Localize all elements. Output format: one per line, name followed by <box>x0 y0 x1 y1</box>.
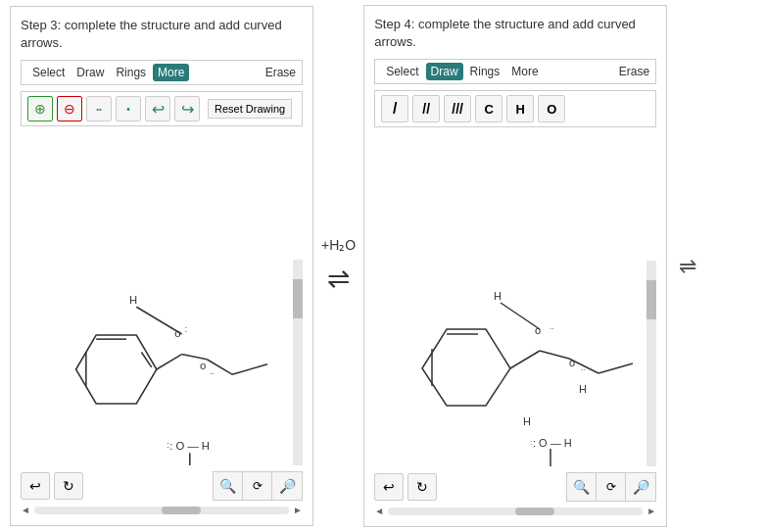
scrollbar-h-thumb-1 <box>162 507 201 514</box>
select-btn-1[interactable]: Select <box>27 64 70 81</box>
svg-line-5 <box>182 355 208 360</box>
svg-text:H: H <box>129 294 137 306</box>
panel-2-toolbar: Select Draw Rings More Erase <box>374 59 656 84</box>
scroll-left-1[interactable]: ◄ <box>21 505 30 515</box>
panel-1-toolbar: Select Draw Rings More Erase <box>21 60 303 85</box>
zoom-out-1[interactable]: 🔎 <box>272 472 302 500</box>
oxygen-btn[interactable]: O <box>538 95 565 122</box>
svg-line-22 <box>540 351 569 359</box>
zoom-group-1: 🔍 ⟳ 🔎 <box>213 471 303 501</box>
middle-section: +H₂O ⇌ <box>321 237 356 295</box>
svg-text:..: .. <box>581 363 585 372</box>
panel-2-title: Step 4: complete the structure and add c… <box>374 16 656 51</box>
scrollbar-v-1[interactable] <box>293 260 303 465</box>
rings-btn-2[interactable]: Rings <box>465 63 505 80</box>
svg-text::: : <box>185 325 187 334</box>
erase-btn-2[interactable]: Erase <box>619 65 649 78</box>
svg-text:o: o <box>569 357 575 368</box>
scrollbar-h-1[interactable] <box>34 507 289 514</box>
molecule-svg-1: H o : o .. : O — H H : <box>21 132 303 465</box>
svg-text:o: o <box>200 360 206 371</box>
scroll-left-2[interactable]: ◄ <box>374 506 384 516</box>
scrollbar-v-thumb-2 <box>646 280 656 319</box>
single-bond-btn[interactable]: / <box>381 95 408 122</box>
hscroll-container-1: ◄ ► <box>21 505 303 515</box>
svg-text:H: H <box>579 383 587 395</box>
equilibrium-arrows: ⇌ <box>327 263 350 295</box>
double-bond-btn[interactable]: // <box>412 95 440 122</box>
svg-line-26 <box>501 303 540 329</box>
bottom-controls-2: ↩ ↻ 🔍 ⟳ 🔎 <box>374 472 656 502</box>
svg-text:o: o <box>535 324 541 336</box>
svg-marker-18 <box>422 329 510 406</box>
svg-text:: O — H: : O — H <box>533 437 572 449</box>
erase-btn-1[interactable]: Erase <box>265 66 296 79</box>
arrow-btn-1[interactable]: ↩ <box>145 96 170 121</box>
zoom-reset-1[interactable]: ⟳ <box>243 472 272 500</box>
select-btn-2[interactable]: Select <box>381 63 423 80</box>
draw-tools-row-2: / // /// C H O <box>374 90 656 127</box>
svg-text::: : <box>530 438 532 447</box>
svg-text:H: H <box>523 415 531 427</box>
svg-marker-0 <box>76 335 157 404</box>
undo-btn-2[interactable]: ↩ <box>374 473 404 501</box>
hydrogen-btn[interactable]: H <box>506 95 534 122</box>
more-btn-1[interactable]: More <box>153 64 189 81</box>
svg-line-24 <box>598 363 633 373</box>
svg-text:: O — H: : O — H <box>169 440 210 452</box>
panel-1: Step 3: complete the structure and add c… <box>10 6 313 526</box>
tools-row-1: ⊕ ⊖ •• • ↩ ↪ Reset Drawing <box>21 91 303 126</box>
svg-line-4 <box>157 355 182 369</box>
svg-text::: : <box>167 441 168 450</box>
scroll-right-1[interactable]: ► <box>293 505 303 515</box>
arrow-btn-2[interactable]: ↪ <box>174 96 200 121</box>
panel-1-title: Step 3: complete the structure and add c… <box>21 17 303 52</box>
svg-text:..: .. <box>210 367 215 376</box>
panel-2: Step 4: complete the structure and add c… <box>363 5 667 527</box>
draw-btn-2[interactable]: Draw <box>426 63 463 80</box>
scrollbar-v-thumb-1 <box>293 279 303 318</box>
canvas-1[interactable]: H o : o .. : O — H H : <box>21 132 303 465</box>
scroll-right-2[interactable]: ► <box>646 506 656 516</box>
carbon-btn[interactable]: C <box>475 95 502 122</box>
svg-line-21 <box>510 351 540 368</box>
add-bond-btn[interactable]: ⊕ <box>27 96 53 121</box>
remove-bond-btn[interactable]: ⊖ <box>57 96 82 121</box>
hscroll-container-2: ◄ ► <box>374 506 656 516</box>
zoom-group-2: 🔍 ⟳ 🔎 <box>566 472 656 502</box>
svg-text:..: .. <box>550 322 553 331</box>
canvas-2[interactable]: H o .. o .. H H : O — H H : <box>374 133 656 466</box>
scrollbar-h-thumb-2 <box>515 508 554 515</box>
bottom-controls-1: ↩ ↻ 🔍 ⟳ 🔎 <box>21 471 303 501</box>
main-container: Step 3: complete the structure and add c… <box>10 5 755 527</box>
scrollbar-v-2[interactable] <box>646 261 656 466</box>
scrollbar-h-2[interactable] <box>388 508 643 515</box>
molecule-svg-2: H o .. o .. H H : O — H H : <box>374 133 656 466</box>
svg-text:H: H <box>494 290 502 302</box>
redo-btn-2[interactable]: ↻ <box>407 473 437 501</box>
zoom-fit-1[interactable]: 🔍 <box>214 472 243 500</box>
redo-btn-1[interactable]: ↻ <box>54 472 83 500</box>
svg-line-3 <box>141 353 151 367</box>
dot-pair-btn[interactable]: •• <box>86 96 112 121</box>
more-btn-2[interactable]: More <box>506 63 543 80</box>
zoom-fit-2[interactable]: 🔍 <box>567 473 597 501</box>
draw-btn-1[interactable]: Draw <box>72 64 109 81</box>
svg-text:o: o <box>174 327 180 339</box>
triple-bond-btn[interactable]: /// <box>444 95 471 122</box>
zoom-out-2[interactable]: 🔎 <box>626 473 655 501</box>
svg-line-7 <box>232 364 267 374</box>
right-equilibrium: ⇌ <box>679 254 696 279</box>
single-dot-btn[interactable]: • <box>116 96 141 121</box>
undo-btn-1[interactable]: ↩ <box>21 472 50 500</box>
reaction-label: +H₂O <box>321 237 356 253</box>
rings-btn-1[interactable]: Rings <box>111 64 151 81</box>
zoom-reset-2[interactable]: ⟳ <box>597 473 626 501</box>
reset-btn-1[interactable]: Reset Drawing <box>208 99 292 119</box>
